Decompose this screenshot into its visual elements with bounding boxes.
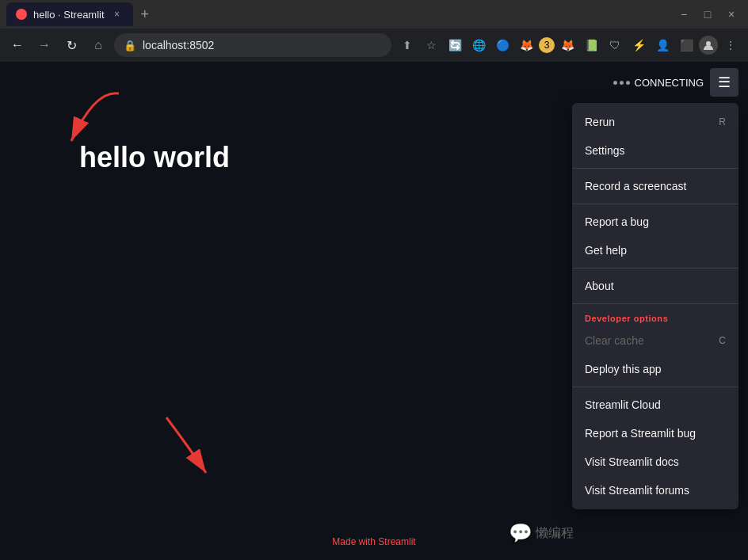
streamlit-cloud-label: Streamlit Cloud [585,398,661,411]
title-bar: hello · Streamlit × + − □ × [0,0,748,29]
menu-item-visit-forums[interactable]: Visit Streamlit forums [572,476,738,505]
report-streamlit-bug-label: Report a Streamlit bug [585,427,696,440]
connecting-label: CONNECTING [635,77,704,89]
sidebar-icon[interactable]: ⬛ [675,34,697,56]
extension-4-icon[interactable]: 🦊 [515,34,537,56]
menu-item-report-bug[interactable]: Report a bug [572,208,738,236]
tab-area: hello · Streamlit × + [6,2,667,26]
menu-divider-1 [572,168,738,169]
streamlit-header: CONNECTING ☰ [604,62,748,103]
report-bug-label: Report a bug [585,215,649,228]
browser-menu-icon[interactable]: ⋮ [719,34,742,56]
url-text: localhost:8502 [136,39,382,51]
record-screencast-label: Record a screencast [585,180,686,192]
share-icon[interactable]: ⬆ [396,34,418,56]
back-button[interactable]: ← [6,34,29,56]
minimize-button[interactable]: − [674,6,694,22]
clear-cache-shortcut: C [719,335,726,346]
lock-icon: 🔒 [124,40,136,51]
active-tab[interactable]: hello · Streamlit × [6,2,133,26]
rerun-label: Rerun [585,116,615,128]
home-button[interactable]: ⌂ [87,34,109,56]
watermark: 💬 懒编程 [509,522,574,544]
app-content: CONNECTING ☰ Rerun R Settings Record a s… [0,62,748,560]
dot-1 [613,81,617,85]
dropdown-menu: Rerun R Settings Record a screencast Rep… [572,103,738,509]
profile-icon[interactable] [699,36,718,55]
menu-item-rerun[interactable]: Rerun R [572,108,738,136]
maximize-button[interactable]: □ [697,6,718,22]
menu-item-about[interactable]: About [572,272,738,300]
toolbar-icons: ⬆ ☆ 🔄 🌐 🔵 🦊 3 🦊 📗 🛡 ⚡ 👤 ⬛ ⋮ [396,34,742,56]
visit-forums-label: Visit Streamlit forums [585,484,689,497]
deploy-app-label: Deploy this app [585,363,662,375]
window-controls: − □ × [674,6,742,22]
menu-item-get-help[interactable]: Get help [572,236,738,265]
hello-world-text: hello world [79,141,230,174]
refresh-button[interactable]: ↻ [60,34,82,56]
url-bar[interactable]: 🔒 localhost:8502 [114,33,391,57]
loading-dots [613,81,630,85]
extension-9-icon[interactable]: ⚡ [628,34,650,56]
clear-cache-label: Clear cache [585,334,644,347]
rerun-shortcut: R [719,116,726,128]
watermark-text: 懒编程 [536,525,574,542]
extension-2-icon[interactable]: 🌐 [468,34,490,56]
extension-6-icon[interactable]: 🦊 [556,34,578,56]
extension-1-icon[interactable]: 🔄 [444,34,466,56]
dot-3 [626,81,630,85]
menu-divider-5 [572,387,738,387]
streamlit-link[interactable]: Streamlit [378,536,415,547]
extension-3-icon[interactable]: 🔵 [491,34,513,56]
made-with-prefix: Made with [332,536,378,547]
forward-button[interactable]: → [33,34,55,56]
address-bar: ← → ↻ ⌂ 🔒 localhost:8502 ⬆ ☆ 🔄 🌐 🔵 🦊 3 🦊… [0,29,748,62]
connecting-indicator: CONNECTING [613,77,704,89]
menu-divider-2 [572,204,738,204]
menu-item-streamlit-cloud[interactable]: Streamlit Cloud [572,390,738,419]
extension-8-icon[interactable]: 🛡 [604,34,626,56]
menu-divider-3 [572,268,738,269]
about-label: About [585,280,614,292]
menu-divider-4 [572,303,738,304]
menu-item-visit-docs[interactable]: Visit Streamlit docs [572,448,738,476]
hamburger-menu-button[interactable]: ☰ [710,68,738,97]
tab-favicon [16,9,27,20]
wechat-icon: 💬 [509,522,532,544]
menu-item-record-screencast[interactable]: Record a screencast [572,172,738,200]
new-tab-button[interactable]: + [136,5,155,25]
made-with-footer: Made with Streamlit [332,536,415,547]
visit-docs-label: Visit Streamlit docs [585,455,679,468]
tab-close-button[interactable]: × [111,8,124,21]
dot-2 [620,81,624,85]
browser-chrome: hello · Streamlit × + − □ × ← → ↻ ⌂ 🔒 lo… [0,0,748,62]
menu-item-deploy-app[interactable]: Deploy this app [572,355,738,383]
extension-7-icon[interactable]: 📗 [580,34,602,56]
developer-options-label: Developer options [572,307,738,326]
get-help-label: Get help [585,244,627,257]
red-arrow-2 [143,410,238,489]
menu-item-settings[interactable]: Settings [572,136,738,165]
extension-5-icon[interactable]: 3 [539,37,555,53]
extension-10-icon[interactable]: 👤 [651,34,674,56]
menu-item-clear-cache: Clear cache C [572,326,738,355]
menu-item-report-streamlit-bug[interactable]: Report a Streamlit bug [572,419,738,448]
settings-label: Settings [585,144,625,157]
tab-title: hello · Streamlit [33,9,105,21]
close-window-button[interactable]: × [721,6,742,22]
bookmark-icon[interactable]: ☆ [420,34,442,56]
